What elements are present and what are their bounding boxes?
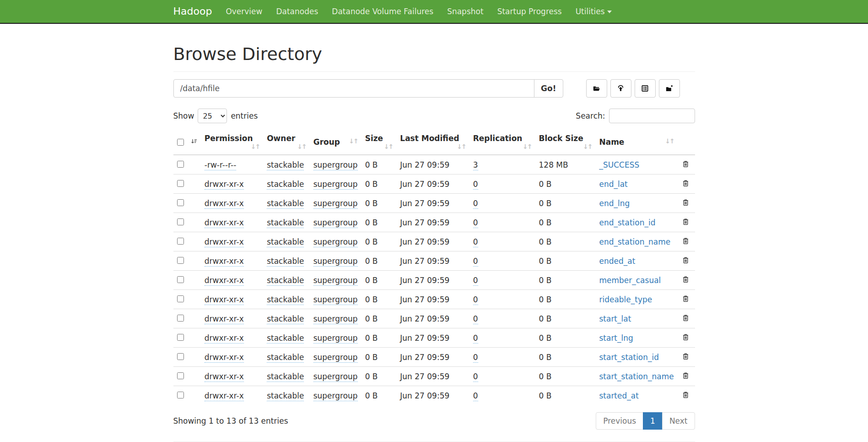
permission-editable[interactable]: drwxr-xr-x [205,295,244,305]
row-checkbox[interactable] [177,161,184,168]
permission-editable[interactable]: drwxr-xr-x [205,333,244,344]
group-editable[interactable]: supergroup [313,372,358,382]
file-link[interactable]: end_station_name [599,237,670,246]
delete-button[interactable] [681,371,690,382]
group-editable[interactable]: supergroup [313,199,358,209]
row-checkbox[interactable] [177,257,184,264]
file-link[interactable]: ended_at [599,256,635,266]
permission-editable[interactable]: drwxr-xr-x [205,237,244,247]
row-checkbox[interactable] [177,276,184,283]
group-editable[interactable]: supergroup [313,160,358,170]
file-link[interactable]: started_at [599,391,638,400]
file-list-button[interactable] [635,79,656,98]
col-header-replication[interactable]: Replication [469,130,535,155]
nav-item-datanodes[interactable]: Datanodes [269,0,325,23]
delete-button[interactable] [681,159,690,170]
nav-item-datanode-volume-failures[interactable]: Datanode Volume Failures [325,0,440,23]
delete-button[interactable] [681,294,690,305]
owner-editable[interactable]: stackable [267,160,304,170]
owner-editable[interactable]: stackable [267,295,304,305]
delete-button[interactable] [681,256,690,266]
owner-editable[interactable]: stackable [267,276,304,286]
pagination-page-1[interactable]: 1 [643,412,663,430]
file-link[interactable]: start_station_name [599,372,674,381]
group-editable[interactable]: supergroup [313,391,358,401]
replication-editable[interactable]: 0 [473,314,478,324]
row-checkbox[interactable] [177,238,184,245]
page-size-select[interactable]: 25 [198,109,227,123]
owner-editable[interactable]: stackable [267,256,304,267]
permission-editable[interactable]: drwxr-xr-x [205,276,244,286]
permission-editable[interactable]: drwxr-xr-x [205,353,244,363]
file-link[interactable]: start_station_id [599,353,659,362]
go-button[interactable]: Go! [534,79,563,98]
delete-button[interactable] [681,275,690,285]
row-checkbox[interactable] [177,295,184,302]
replication-editable[interactable]: 0 [473,180,478,190]
permission-editable[interactable]: drwxr-xr-x [205,372,244,382]
file-link[interactable]: end_lat [599,180,627,189]
permission-editable[interactable]: drwxr-xr-x [205,199,244,209]
owner-editable[interactable]: stackable [267,391,304,401]
select-all-header[interactable] [173,130,201,155]
col-header-block-size[interactable]: Block Size [535,130,596,155]
row-checkbox[interactable] [177,392,184,398]
file-link[interactable]: end_lng [599,199,630,208]
owner-editable[interactable]: stackable [267,237,304,247]
delete-button[interactable] [681,236,690,247]
file-link[interactable]: start_lat [599,314,631,323]
directory-path-input[interactable] [173,79,535,98]
replication-editable[interactable]: 0 [473,333,478,344]
col-header-permission[interactable]: Permission [201,130,263,155]
delete-button[interactable] [681,333,690,343]
pagination-previous[interactable]: Previous [596,412,643,430]
replication-editable[interactable]: 0 [473,391,478,401]
col-header-name[interactable]: Name [595,130,677,155]
file-link[interactable]: start_lng [599,333,633,343]
search-input[interactable] [609,109,695,123]
group-editable[interactable]: supergroup [313,180,358,190]
replication-editable[interactable]: 0 [473,237,478,247]
delete-button[interactable] [681,352,690,362]
permission-editable[interactable]: drwxr-xr-x [205,256,244,267]
brand-link[interactable]: Hadoop [173,0,219,23]
delete-button[interactable] [681,313,690,324]
group-editable[interactable]: supergroup [313,218,358,228]
col-header-size[interactable]: Size [361,130,397,155]
row-checkbox[interactable] [177,334,184,341]
file-link[interactable]: member_casual [599,276,661,285]
nav-item-startup-progress[interactable]: Startup Progress [491,0,569,23]
owner-editable[interactable]: stackable [267,199,304,209]
col-header-group[interactable]: Group [310,130,361,155]
open-folder-button[interactable] [586,79,607,98]
create-directory-button[interactable] [659,79,680,98]
row-checkbox[interactable] [177,218,184,225]
owner-editable[interactable]: stackable [267,353,304,363]
owner-editable[interactable]: stackable [267,333,304,344]
delete-button[interactable] [681,198,690,208]
delete-button[interactable] [681,179,690,189]
select-all-checkbox[interactable] [177,139,184,146]
replication-editable[interactable]: 0 [473,353,478,363]
permission-editable[interactable]: drwxr-xr-x [205,391,244,401]
replication-editable[interactable]: 0 [473,295,478,305]
owner-editable[interactable]: stackable [267,314,304,324]
file-link[interactable]: rideable_type [599,295,652,304]
group-editable[interactable]: supergroup [313,276,358,286]
group-editable[interactable]: supergroup [313,295,358,305]
group-editable[interactable]: supergroup [313,333,358,344]
replication-editable[interactable]: 3 [473,160,478,170]
row-checkbox[interactable] [177,372,184,379]
group-editable[interactable]: supergroup [313,256,358,267]
permission-editable[interactable]: -rw-r--r-- [205,160,237,170]
row-checkbox[interactable] [177,315,184,322]
group-editable[interactable]: supergroup [313,237,358,247]
permission-editable[interactable]: drwxr-xr-x [205,180,244,190]
file-link[interactable]: _SUCCESS [599,160,639,169]
delete-button[interactable] [681,390,690,401]
permission-editable[interactable]: drwxr-xr-x [205,314,244,324]
group-editable[interactable]: supergroup [313,353,358,363]
replication-editable[interactable]: 0 [473,276,478,286]
pagination-next[interactable]: Next [663,412,695,430]
replication-editable[interactable]: 0 [473,199,478,209]
